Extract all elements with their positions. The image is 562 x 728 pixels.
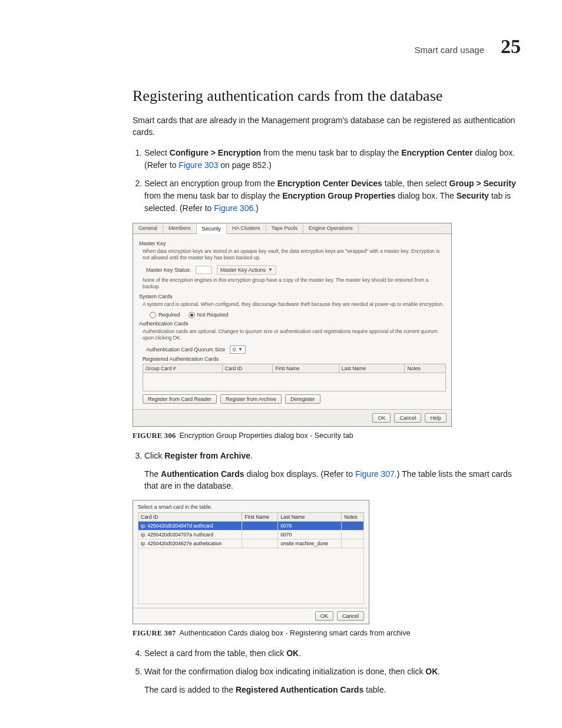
table-row[interactable]: ip: 4250420d0204627e autheticationonsite… — [138, 539, 364, 548]
master-key-desc: When data encryption keys are stored in … — [143, 248, 445, 262]
chevron-down-icon: ▼ — [238, 347, 243, 352]
running-header-chapter: 25 — [501, 35, 521, 58]
running-header-section: Smart card usage — [415, 45, 484, 55]
page-title: Registering authentication cards from th… — [133, 87, 521, 105]
steps-list-continued: Click Register from Archive. The Authent… — [133, 450, 521, 492]
master-key-heading: Master Key — [139, 241, 445, 246]
deregister-button[interactable]: Deregister — [285, 394, 320, 404]
tab-general[interactable]: General — [133, 223, 163, 233]
intro-paragraph: Smart cards that are already in the Mana… — [133, 114, 521, 139]
table-header: Notes — [405, 364, 446, 373]
table-header: Card ID — [138, 513, 242, 522]
radio-required[interactable]: Required — [150, 312, 180, 318]
link-figure-303[interactable]: Figure 303 — [178, 160, 218, 170]
quorum-size-select[interactable]: 0 ▼ — [230, 345, 246, 354]
register-from-card-reader-button[interactable]: Register from Card Reader — [143, 394, 217, 404]
tab-tape-pools[interactable]: Tape Pools — [266, 223, 304, 233]
register-from-archive-button[interactable]: Register from Archive — [220, 394, 282, 404]
radio-not-required[interactable]: Not Required — [189, 312, 229, 318]
registered-auth-cards-table: Group Card #Card IDFirst NameLast NameNo… — [143, 364, 446, 391]
table-header: Card ID — [222, 364, 272, 373]
master-key-status-field[interactable] — [196, 266, 212, 274]
table-header: First Name — [273, 364, 339, 373]
auth-cards-desc: Authentication cards are optional. Chang… — [143, 328, 445, 342]
steps-list-final: Select a card from the table, then click… — [133, 647, 521, 696]
cancel-button[interactable]: Cancel — [394, 413, 421, 423]
select-card-prompt: Select a smart card in the table. — [138, 504, 364, 510]
registered-auth-cards-heading: Registered Authentication Cards — [143, 356, 445, 362]
link-figure-306[interactable]: Figure 306 — [214, 203, 253, 213]
auth-cards-heading: Authentication Cards — [139, 321, 445, 327]
table-header: Group Card # — [143, 364, 223, 373]
table-header: Last Name — [278, 513, 342, 522]
table-row[interactable]: ip: 4250420d0204707a Authcard0070 — [138, 531, 364, 539]
master-key-actions-dropdown[interactable]: Master Key Actions ▼ — [217, 265, 276, 275]
table-header: Last Name — [339, 364, 405, 373]
master-key-note: None of the encryption engines in this e… — [143, 277, 445, 291]
ok-button[interactable]: OK — [372, 413, 391, 423]
figure-307-caption: FIGURE 307Authentication Cards dialog bo… — [133, 629, 521, 638]
figure-307: Select a smart card in the table. Card I… — [133, 500, 521, 624]
cancel-button[interactable]: Cancel — [337, 611, 364, 621]
quorum-size-label: Authentication Card Quorum Size — [146, 347, 225, 353]
ok-button[interactable]: OK — [315, 611, 333, 621]
steps-list: Select Configure > Encryption from the m… — [133, 147, 521, 215]
table-header: First Name — [242, 513, 278, 522]
running-header: Smart card usage 25 — [41, 35, 521, 58]
step-2: Select an encryption group from the Encr… — [144, 177, 521, 215]
chevron-down-icon: ▼ — [268, 267, 273, 272]
dialog-tabs: GeneralMembersSecurityHA ClustersTape Po… — [133, 223, 451, 234]
encryption-group-properties-dialog: GeneralMembersSecurityHA ClustersTape Po… — [133, 223, 452, 427]
figure-306-caption: FIGURE 306Encryption Group Properties di… — [133, 431, 521, 440]
step-3: Click Register from Archive. The Authent… — [144, 450, 521, 492]
tab-engine-operations[interactable]: Engine Operations — [303, 223, 359, 233]
tab-security[interactable]: Security — [197, 224, 227, 234]
figure-306: GeneralMembersSecurityHA ClustersTape Po… — [133, 223, 521, 427]
authentication-cards-dialog: Select a smart card in the table. Card I… — [133, 500, 369, 624]
master-key-status-label: Master Key Status: — [146, 267, 191, 273]
step-4: Select a card from the table, then click… — [144, 647, 521, 660]
table-row[interactable]: ip: 4250420d0204847d authcard0078 — [138, 522, 364, 531]
step-1: Select Configure > Encryption from the m… — [144, 147, 521, 172]
help-button[interactable]: Help — [425, 413, 447, 423]
step-5: Wait for the confirmation dialog box ind… — [144, 666, 521, 696]
smart-cards-table[interactable]: Card IDFirst NameLast NameNotes ip: 4250… — [138, 512, 364, 604]
link-figure-307[interactable]: Figure 307 — [355, 469, 395, 479]
tab-ha-clusters[interactable]: HA Clusters — [227, 223, 266, 233]
table-header: Notes — [342, 513, 364, 522]
tab-members[interactable]: Members — [163, 223, 197, 233]
system-cards-heading: System Cards — [139, 294, 445, 299]
system-cards-desc: A system card is optional. When configur… — [143, 301, 445, 308]
